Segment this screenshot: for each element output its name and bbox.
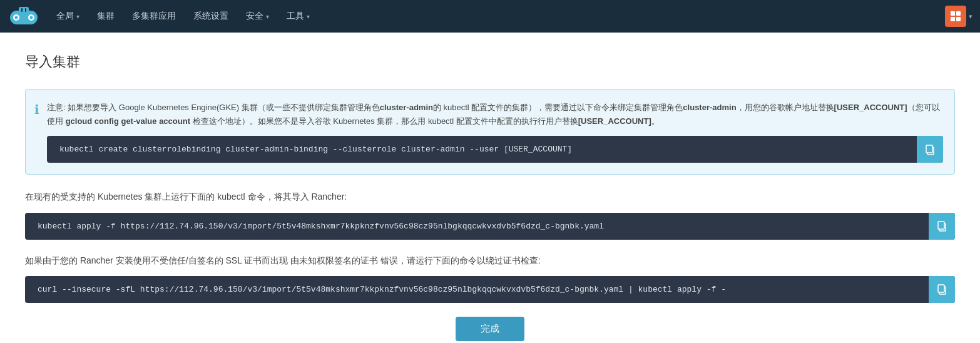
logo [8,4,40,29]
nav-label-tools: 工具 [287,11,304,22]
page-title: 导入集群 [25,53,955,71]
svg-rect-10 [951,17,955,21]
done-area: 完成 [25,317,955,341]
nav-caret-tools: ▾ [307,13,310,20]
svg-rect-15 [938,222,944,229]
info-box: ℹ 注意: 如果想要导入 Google Kubernetes Engine(GK… [25,89,955,175]
info-icon: ℹ [34,102,39,163]
command-code-1: kubectl apply -f https://112.74.96.150/v… [38,222,924,231]
info-text: 注意: 如果想要导入 Google Kubernetes Engine(GKE)… [47,101,943,128]
nav-item-multiapp[interactable]: 多集群应用 [123,0,185,33]
nav-item-settings[interactable]: 系统设置 [185,0,237,33]
nav-label-security: 安全 [246,11,263,22]
done-button[interactable]: 完成 [456,317,524,341]
svg-rect-6 [21,8,23,12]
info-copy-button[interactable] [917,136,943,163]
svg-rect-17 [938,285,944,292]
copy-button-1[interactable] [929,213,955,240]
nav-right: ▾ [945,6,972,27]
instruction-2: 如果由于您的 Rancher 安装使用不受信任/自签名的 SSL 证书而出现 由… [25,253,955,267]
user-avatar[interactable] [945,6,966,27]
svg-rect-1 [19,7,29,14]
svg-point-4 [15,16,18,19]
nav-label-global: 全局 [56,11,74,22]
command-block-1: kubectl apply -f https://112.74.96.150/v… [25,213,955,240]
svg-rect-8 [951,11,955,16]
navbar: 全局 ▾ 集群 多集群应用 系统设置 安全 ▾ 工具 ▾ [0,0,980,33]
command-block-2: curl --insecure -sfL https://112.74.96.1… [25,276,955,303]
nav-item-security[interactable]: 安全 ▾ [237,0,278,33]
nav-left: 全局 ▾ 集群 多集群应用 系统设置 安全 ▾ 工具 ▾ [8,0,319,33]
info-command-code: kubectl create clusterrolebinding cluste… [59,145,912,154]
user-caret[interactable]: ▾ [969,13,972,21]
nav-caret-security: ▾ [266,13,269,20]
svg-point-5 [30,16,33,19]
nav-label-multiapp: 多集群应用 [132,11,176,22]
info-text-part1: 注意: 如果想要导入 Google Kubernetes Engine(GKE)… [47,103,940,126]
nav-label-settings: 系统设置 [193,11,228,22]
nav-item-cluster[interactable]: 集群 [88,0,123,33]
nav-item-tools[interactable]: 工具 ▾ [278,0,319,33]
svg-rect-11 [956,17,961,21]
svg-rect-9 [956,11,961,16]
info-content: 注意: 如果想要导入 Google Kubernetes Engine(GKE)… [47,101,943,163]
main-content: 导入集群 ℹ 注意: 如果想要导入 Google Kubernetes Engi… [0,33,980,343]
instruction-1: 在现有的受支持的 Kubernetes 集群上运行下面的 kubectl 命令，… [25,190,955,203]
nav-item-global[interactable]: 全局 ▾ [48,0,88,33]
command-code-2: curl --insecure -sfL https://112.74.96.1… [38,285,924,294]
nav-label-cluster: 集群 [97,11,115,22]
nav-caret-global: ▾ [76,13,79,20]
info-command-block: kubectl create clusterrolebinding cluste… [47,136,943,163]
svg-rect-7 [25,8,26,12]
svg-rect-13 [926,145,932,153]
copy-button-2[interactable] [929,276,955,303]
